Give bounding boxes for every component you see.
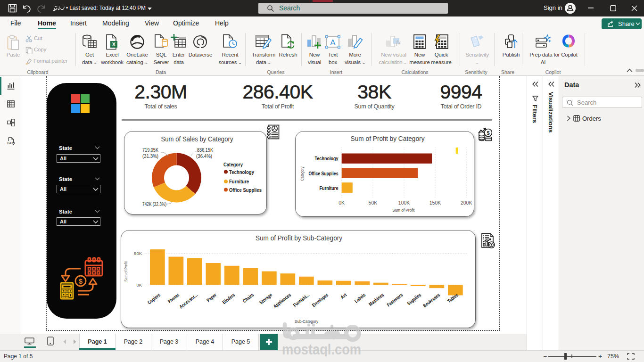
svg-text:0K: 0K bbox=[339, 200, 345, 206]
svg-text:742K (32.3%): 742K (32.3%) bbox=[142, 201, 166, 207]
svg-text:Furniture: Furniture bbox=[229, 179, 249, 184]
svg-text:50K: 50K bbox=[134, 251, 142, 256]
svg-text:Bookcases: Bookcases bbox=[422, 292, 441, 308]
svg-text:(36.4%): (36.4%) bbox=[196, 153, 212, 159]
svg-text:Paper: Paper bbox=[206, 292, 218, 303]
svg-text:Supplies: Supplies bbox=[406, 292, 422, 306]
svg-text:100K: 100K bbox=[398, 200, 410, 206]
svg-text:Phones: Phones bbox=[167, 292, 181, 304]
svg-text:836.15K: 836.15K bbox=[197, 147, 213, 153]
svg-text:Accessor...: Accessor... bbox=[178, 292, 199, 310]
svg-text:Category: Category bbox=[299, 166, 305, 181]
svg-text:Sum of Profit by Sub-Category: Sum of Profit by Sub-Category bbox=[256, 234, 342, 242]
svg-text:A: A bbox=[330, 38, 336, 47]
svg-text:Binders: Binders bbox=[221, 292, 236, 305]
svg-text:Office Supplies: Office Supplies bbox=[309, 171, 339, 176]
svg-text:$: $ bbox=[487, 130, 489, 136]
svg-text:(31.3%): (31.3%) bbox=[142, 153, 158, 159]
svg-text:DAX: DAX bbox=[7, 141, 14, 145]
svg-text:150K: 150K bbox=[429, 200, 441, 206]
svg-text:Sum of Profit: Sum of Profit bbox=[392, 207, 414, 213]
svg-text:Furnishi...: Furnishi... bbox=[292, 292, 310, 308]
svg-text:Art: Art bbox=[339, 292, 348, 300]
svg-text:Technology: Technology bbox=[315, 156, 339, 161]
svg-text:719.05K: 719.05K bbox=[142, 147, 158, 153]
svg-text:200K: 200K bbox=[461, 200, 472, 206]
svg-text:Fasteners: Fasteners bbox=[386, 292, 404, 308]
svg-text:Labels: Labels bbox=[353, 292, 366, 304]
svg-text:X: X bbox=[112, 41, 116, 47]
svg-text:Sum of Profit: Sum of Profit bbox=[123, 261, 128, 281]
svg-text:Storage: Storage bbox=[258, 292, 273, 305]
svg-text:0K: 0K bbox=[136, 282, 142, 288]
svg-text:50K: 50K bbox=[369, 200, 378, 206]
svg-text:Sum of Profit by Category: Sum of Profit by Category bbox=[351, 134, 425, 142]
svg-text:Chairs: Chairs bbox=[241, 292, 255, 304]
svg-text:Copiers: Copiers bbox=[146, 292, 161, 305]
svg-text:Sum of Sales by Category: Sum of Sales by Category bbox=[161, 135, 233, 143]
svg-text:mostaql.com: mostaql.com bbox=[282, 341, 361, 356]
svg-text:$: $ bbox=[79, 277, 83, 285]
svg-text:Category: Category bbox=[223, 162, 243, 167]
svg-text:Envelopes: Envelopes bbox=[311, 292, 329, 308]
svg-text:Office Supplies: Office Supplies bbox=[229, 187, 262, 193]
svg-text:Machines: Machines bbox=[368, 292, 385, 307]
svg-text:Technology: Technology bbox=[229, 169, 254, 175]
svg-text:Furniture: Furniture bbox=[320, 185, 339, 191]
svg-text:Appliances: Appliances bbox=[272, 292, 292, 309]
svg-text:fx: fx bbox=[396, 39, 401, 46]
